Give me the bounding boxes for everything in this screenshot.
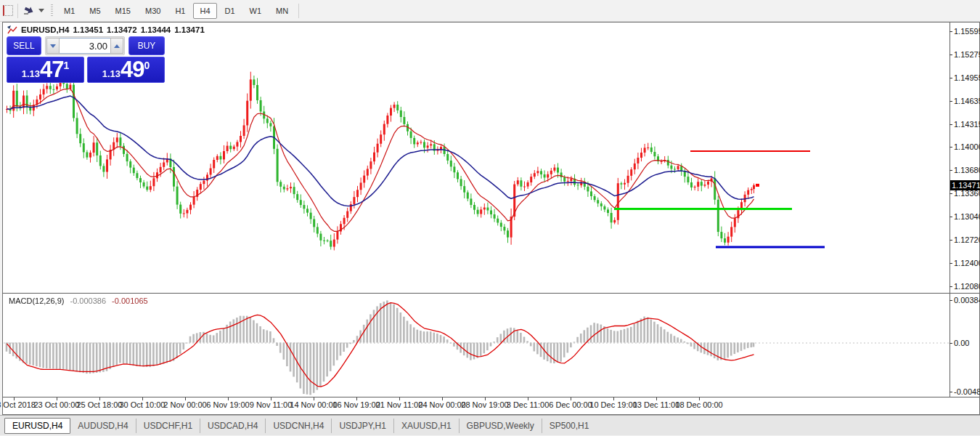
volume-up-button[interactable]: [110, 38, 123, 54]
ohlc-close: 1.13471: [174, 25, 205, 34]
sell-price-big: 47: [40, 59, 63, 81]
time-axis-tick: [142, 397, 143, 400]
price-axis-label: 1.14315: [954, 119, 980, 129]
chart-tab-gbpusd-weekly[interactable]: GBPUSD,Weekly: [459, 419, 542, 433]
time-axis-label: 6 Nov 19:00: [206, 400, 249, 409]
time-axis-tick: [528, 397, 528, 400]
timeframe-buttons: M1M5M15M30H1H4D1W1MN: [57, 3, 295, 19]
timeframe-button-m30[interactable]: M30: [139, 3, 167, 19]
macd-indicator-canvas[interactable]: [4, 294, 949, 397]
chart-title: EURUSD,H4: [21, 25, 69, 34]
price-axis-label: 1.12720: [954, 235, 980, 245]
time-axis-label: 6 Dec 00:00: [549, 400, 592, 409]
time-axis-tick: [314, 397, 314, 400]
chart-shift-icon[interactable]: [23, 4, 36, 17]
sell-price-sup: 1: [64, 60, 70, 71]
price-axis-tick: [950, 31, 952, 32]
time-axis-label: 25 Oct 18:00: [77, 400, 123, 409]
chart-tab-xauusd-h1[interactable]: XAUUSD,H1: [393, 419, 459, 433]
macd-label: MACD(12,26,9): [9, 296, 64, 305]
timeframe-button-m15[interactable]: M15: [109, 3, 137, 19]
buy-button[interactable]: BUY: [128, 36, 165, 55]
price-axis-label: 1.14635: [954, 96, 980, 106]
volume-input[interactable]: [60, 38, 110, 54]
time-axis-tick: [656, 397, 657, 400]
price-axis-border: [950, 23, 950, 397]
pane-separator-price-macd[interactable]: [3, 293, 979, 294]
time-axis-tick: [399, 397, 400, 400]
sell-price-display[interactable]: 1.13 47 1: [7, 57, 84, 83]
time-axis-tick: [185, 397, 186, 400]
toolbar-grip[interactable]: [51, 4, 53, 17]
chart-tab-usdcad-h4[interactable]: USDCAD,H4: [200, 419, 265, 433]
time-axis-label: 9 Nov 11:00: [250, 400, 293, 409]
chart-header: EURUSD,H4 1.13451 1.13472 1.13444 1.1347…: [7, 25, 205, 34]
buy-price-small: 1.13: [102, 68, 121, 79]
time-axis-tick: [613, 397, 614, 400]
macd-axis-label: 0.003847: [954, 295, 980, 305]
ohlc-low: 1.13444: [141, 25, 171, 34]
triangle-up-icon: [114, 44, 120, 48]
price-axis-tick: [950, 170, 952, 171]
time-axis-label: 30 Oct 10:00: [120, 400, 166, 409]
macd-axis-tick: [950, 300, 952, 301]
price-axis-label: 1.13680: [954, 165, 980, 175]
macd-axis-tick: [950, 392, 952, 392]
chart-tab-usdchf-h1[interactable]: USDCHF,H1: [136, 419, 200, 433]
timeframe-button-mn[interactable]: MN: [269, 3, 295, 19]
time-axis-label: 10 Dec 19:00: [589, 400, 637, 409]
buy-price-sup: 0: [144, 60, 150, 71]
buy-price-display[interactable]: 1.13 49 0: [87, 57, 165, 83]
time-axis-label: 23 Oct 00:00: [34, 400, 80, 409]
price-axis-label: 1.14955: [954, 73, 980, 83]
one-click-trade-panel: SELL BUY 1.13 47 1 1.13 49 0: [7, 36, 165, 83]
time-axis-tick: [57, 397, 57, 400]
triangle-down-icon: [50, 44, 56, 48]
price-axis-label: 1.12400: [954, 258, 980, 268]
price-axis-label: 1.15595: [954, 26, 980, 36]
price-axis-tick: [950, 147, 952, 148]
price-axis-label: 1.12080: [954, 281, 980, 291]
volume-stepper: [45, 36, 125, 55]
time-axis-label: 28 Nov 19:00: [461, 400, 508, 409]
timeframe-button-w1[interactable]: W1: [243, 3, 269, 19]
chart-tab-audusd-h4[interactable]: AUDUSD,H4: [70, 419, 135, 433]
time-axis-tick: [99, 397, 100, 400]
time-axis-label: 2 Nov 00:00: [163, 400, 206, 409]
selection-tool-icon[interactable]: [1, 4, 15, 17]
price-axis-label: 1.13040: [954, 211, 980, 222]
time-axis-label: 13 Dec 11:00: [633, 400, 680, 409]
current-price-badge: 1.13471: [950, 180, 980, 190]
chart-window: EURUSD,H4 1.13451 1.13472 1.13444 1.1347…: [2, 22, 980, 415]
price-axis-tick: [950, 217, 952, 217]
macd-label-row: MACD(12,26,9) -0.000386 -0.001065: [9, 296, 148, 305]
time-axis-label: 14 Nov 00:00: [290, 400, 337, 409]
volume-down-button[interactable]: [46, 38, 60, 54]
dropdown-caret-icon[interactable]: [38, 9, 44, 12]
timeframe-button-m5[interactable]: M5: [83, 3, 107, 19]
timeframe-button-d1[interactable]: D1: [219, 3, 242, 19]
chart-tab-sp500-h1[interactable]: SP500,H1: [542, 419, 597, 433]
price-axis-tick: [950, 54, 952, 55]
timeframes-toolbar: M1M5M15M30H1H4D1W1MN: [0, 0, 980, 22]
price-axis-label: 1.14000: [954, 142, 980, 152]
timeframe-button-h1[interactable]: H1: [168, 3, 192, 19]
pane-separator-macd-time[interactable]: [3, 397, 979, 397]
timeframe-button-h4[interactable]: H4: [193, 3, 216, 19]
macd-axis-tick: [950, 343, 952, 344]
time-axis-tick: [228, 397, 229, 400]
price-axis-tick: [950, 78, 952, 78]
ohlc-high: 1.13472: [107, 25, 137, 34]
double-arrows-icon: [23, 6, 35, 16]
chart-tab-usdcnh-h4[interactable]: USDCNH,H4: [265, 419, 331, 433]
sell-button[interactable]: SELL: [7, 36, 41, 55]
chart-tab-usdjpy-h1[interactable]: USDJPY,H1: [331, 419, 393, 433]
time-axis-label: 21 Nov 11:00: [376, 400, 423, 409]
timeframe-button-m1[interactable]: M1: [57, 3, 81, 19]
chart-tab-eurusd-h4[interactable]: EURUSD,H4: [4, 418, 70, 434]
toolbar-separator: [17, 4, 18, 18]
price-axis-tick: [950, 193, 952, 194]
time-axis-tick: [571, 397, 571, 400]
ohlc-open: 1.13451: [73, 25, 103, 34]
time-axis-label: 24 Nov 00:00: [418, 400, 465, 409]
